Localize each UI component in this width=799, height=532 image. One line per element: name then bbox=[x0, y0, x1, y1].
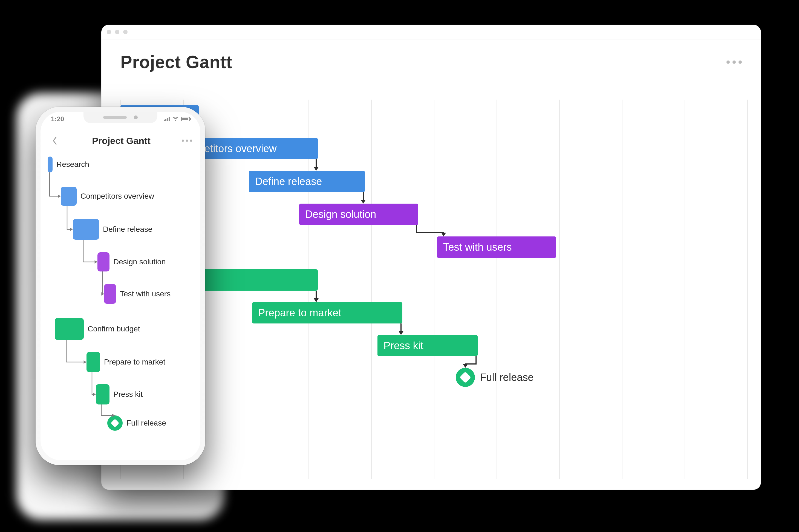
gantt-chart[interactable]: ResearchCompetitors overviewDefine relea… bbox=[120, 100, 747, 479]
mobile-page-title: Project Gantt bbox=[92, 135, 150, 146]
dot-icon bbox=[190, 139, 192, 142]
gantt-bar-label: Press kit bbox=[113, 390, 142, 399]
gantt-bar-label: Prepare to market bbox=[104, 358, 165, 366]
dot-icon bbox=[739, 60, 742, 64]
camera-icon bbox=[134, 115, 138, 119]
signal-icon bbox=[164, 117, 170, 121]
grid-line bbox=[434, 100, 434, 479]
gantt-bar-design[interactable] bbox=[97, 252, 110, 271]
traffic-dot-icon bbox=[115, 30, 119, 34]
gantt-bar-label: Competitors overview bbox=[80, 192, 154, 201]
gantt-milestone-fullrelease[interactable]: Full release bbox=[456, 368, 533, 387]
gantt-bar-definerelease[interactable]: Define release bbox=[249, 171, 365, 192]
gantt-bar-label: Design solution bbox=[113, 258, 166, 266]
grid-line bbox=[747, 100, 748, 479]
speaker-icon bbox=[103, 116, 127, 119]
grid-line bbox=[371, 100, 372, 479]
grid-line bbox=[622, 100, 623, 479]
gantt-bar-testusers[interactable]: Test with users bbox=[437, 236, 556, 258]
battery-icon bbox=[181, 117, 190, 121]
gantt-bar-definerelease[interactable] bbox=[73, 219, 99, 240]
grid-line bbox=[497, 100, 497, 479]
gantt-bar-presskit[interactable]: Press kit bbox=[378, 335, 478, 356]
chevron-left-icon bbox=[52, 136, 57, 145]
dot-icon bbox=[726, 60, 730, 64]
gantt-bar-market[interactable] bbox=[87, 352, 100, 372]
grid-line bbox=[685, 100, 685, 479]
phone-notch bbox=[83, 112, 157, 123]
mobile-more-options-button[interactable] bbox=[182, 139, 192, 142]
dot-icon bbox=[733, 60, 736, 64]
milestone-label: Full release bbox=[480, 372, 533, 383]
gantt-bar-label: Define release bbox=[103, 225, 152, 234]
dot-icon bbox=[182, 139, 184, 142]
gantt-milestone-fullrelease[interactable]: Full release bbox=[107, 415, 166, 431]
grid-line bbox=[559, 100, 560, 479]
gantt-bar-label: Test with users bbox=[120, 289, 171, 298]
window-titlebar bbox=[101, 25, 761, 39]
status-time: 1:20 bbox=[51, 115, 64, 123]
traffic-dot-icon bbox=[107, 30, 111, 34]
mobile-gantt-chart[interactable]: ResearchCompetitors overviewDefine relea… bbox=[47, 156, 193, 452]
milestone-diamond-icon bbox=[107, 415, 122, 431]
mobile-phone-frame: 1:20 Project Gantt Researc bbox=[36, 107, 205, 465]
gantt-bar-research[interactable] bbox=[47, 156, 53, 172]
gantt-bar-testusers[interactable] bbox=[104, 284, 116, 304]
gantt-bar-label: Confirm budget bbox=[88, 325, 140, 333]
traffic-lights bbox=[107, 30, 128, 34]
wifi-icon bbox=[172, 117, 178, 121]
milestone-diamond-icon bbox=[456, 368, 475, 387]
mobile-screen: 1:20 Project Gantt Researc bbox=[40, 112, 201, 460]
gantt-bar-presskit[interactable] bbox=[96, 384, 110, 404]
back-button[interactable] bbox=[49, 135, 61, 147]
traffic-dot-icon bbox=[123, 30, 128, 34]
more-options-button[interactable] bbox=[726, 60, 742, 64]
gantt-bar-budget[interactable] bbox=[55, 318, 84, 340]
mobile-header: Project Gantt bbox=[40, 130, 201, 152]
gantt-bar-label: Research bbox=[56, 160, 89, 169]
page-title: Project Gantt bbox=[120, 52, 232, 72]
gantt-bar-design[interactable]: Design solution bbox=[299, 204, 418, 225]
milestone-label: Full release bbox=[127, 419, 166, 428]
dot-icon bbox=[186, 139, 188, 142]
gantt-bar-competitors[interactable] bbox=[61, 187, 77, 206]
gantt-bar-market[interactable]: Prepare to market bbox=[252, 302, 403, 323]
